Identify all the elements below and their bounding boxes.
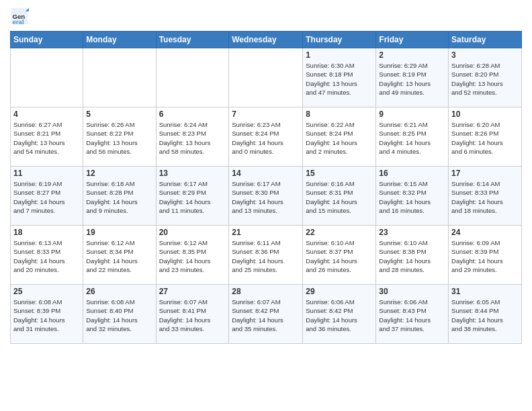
day-number: 26 <box>86 287 152 296</box>
day-info: Sunrise: 6:17 AM Sunset: 8:29 PM Dayligh… <box>159 179 226 215</box>
week-row-3: 11Sunrise: 6:19 AM Sunset: 8:27 PM Dayli… <box>11 167 522 226</box>
day-info: Sunrise: 6:21 AM Sunset: 8:25 PM Dayligh… <box>379 120 445 156</box>
day-cell <box>83 48 156 107</box>
day-number: 19 <box>86 228 152 237</box>
day-cell: 7Sunrise: 6:23 AM Sunset: 8:24 PM Daylig… <box>229 107 303 167</box>
day-info: Sunrise: 6:06 AM Sunset: 8:43 PM Dayligh… <box>379 298 445 333</box>
day-cell: 31Sunrise: 6:05 AM Sunset: 8:44 PM Dayli… <box>449 285 522 344</box>
day-number: 5 <box>86 109 152 119</box>
calendar-page: Gen eral SundayMondayTuesdayWednesdayThu… <box>0 0 532 411</box>
day-cell: 15Sunrise: 6:16 AM Sunset: 8:31 PM Dayli… <box>303 167 376 226</box>
calendar-header: SundayMondayTuesdayWednesdayThursdayFrid… <box>11 32 522 48</box>
day-cell: 23Sunrise: 6:10 AM Sunset: 8:38 PM Dayli… <box>376 226 449 285</box>
weekday-header-tuesday: Tuesday <box>156 32 229 48</box>
day-number: 30 <box>379 287 445 296</box>
day-info: Sunrise: 6:19 AM Sunset: 8:27 PM Dayligh… <box>13 179 80 215</box>
logo: Gen eral <box>10 7 32 26</box>
week-row-1: 1Sunrise: 6:30 AM Sunset: 8:18 PM Daylig… <box>11 48 522 107</box>
weekday-header-wednesday: Wednesday <box>229 32 303 48</box>
day-cell: 6Sunrise: 6:24 AM Sunset: 8:23 PM Daylig… <box>156 107 229 167</box>
day-number: 10 <box>451 109 519 119</box>
day-number: 1 <box>306 50 373 60</box>
day-cell: 20Sunrise: 6:12 AM Sunset: 8:35 PM Dayli… <box>156 226 229 285</box>
day-number: 24 <box>451 228 519 237</box>
day-number: 4 <box>13 109 80 119</box>
day-cell: 4Sunrise: 6:27 AM Sunset: 8:21 PM Daylig… <box>11 107 83 167</box>
day-info: Sunrise: 6:16 AM Sunset: 8:31 PM Dayligh… <box>306 179 373 215</box>
day-cell: 19Sunrise: 6:12 AM Sunset: 8:34 PM Dayli… <box>83 226 156 285</box>
day-info: Sunrise: 6:29 AM Sunset: 8:19 PM Dayligh… <box>379 61 445 97</box>
day-number: 3 <box>451 50 519 60</box>
logo-icon: Gen eral <box>10 7 29 26</box>
day-cell: 1Sunrise: 6:30 AM Sunset: 8:18 PM Daylig… <box>303 48 376 107</box>
day-cell <box>11 48 83 107</box>
day-info: Sunrise: 6:15 AM Sunset: 8:32 PM Dayligh… <box>379 179 445 215</box>
day-info: Sunrise: 6:23 AM Sunset: 8:24 PM Dayligh… <box>232 120 300 156</box>
day-cell: 9Sunrise: 6:21 AM Sunset: 8:25 PM Daylig… <box>376 107 449 167</box>
day-info: Sunrise: 6:13 AM Sunset: 8:33 PM Dayligh… <box>13 238 80 274</box>
day-info: Sunrise: 6:06 AM Sunset: 8:42 PM Dayligh… <box>306 298 373 333</box>
day-info: Sunrise: 6:08 AM Sunset: 8:39 PM Dayligh… <box>13 298 80 333</box>
day-cell: 18Sunrise: 6:13 AM Sunset: 8:33 PM Dayli… <box>11 226 83 285</box>
day-info: Sunrise: 6:12 AM Sunset: 8:34 PM Dayligh… <box>86 238 152 274</box>
day-number: 27 <box>159 287 226 296</box>
day-number: 12 <box>86 169 152 178</box>
day-cell: 25Sunrise: 6:08 AM Sunset: 8:39 PM Dayli… <box>11 285 83 344</box>
day-info: Sunrise: 6:10 AM Sunset: 8:37 PM Dayligh… <box>306 238 373 274</box>
day-info: Sunrise: 6:07 AM Sunset: 8:42 PM Dayligh… <box>232 298 300 333</box>
day-info: Sunrise: 6:09 AM Sunset: 8:39 PM Dayligh… <box>451 238 519 274</box>
day-cell: 14Sunrise: 6:17 AM Sunset: 8:30 PM Dayli… <box>229 167 303 226</box>
day-cell: 26Sunrise: 6:08 AM Sunset: 8:40 PM Dayli… <box>83 285 156 344</box>
day-cell: 3Sunrise: 6:28 AM Sunset: 8:20 PM Daylig… <box>449 48 522 107</box>
day-cell: 30Sunrise: 6:06 AM Sunset: 8:43 PM Dayli… <box>376 285 449 344</box>
day-cell: 8Sunrise: 6:22 AM Sunset: 8:24 PM Daylig… <box>303 107 376 167</box>
day-cell: 29Sunrise: 6:06 AM Sunset: 8:42 PM Dayli… <box>303 285 376 344</box>
svg-text:eral: eral <box>13 18 24 26</box>
day-info: Sunrise: 6:05 AM Sunset: 8:44 PM Dayligh… <box>451 298 519 333</box>
day-number: 23 <box>379 228 445 237</box>
weekday-header-monday: Monday <box>83 32 156 48</box>
day-cell: 13Sunrise: 6:17 AM Sunset: 8:29 PM Dayli… <box>156 167 229 226</box>
week-row-2: 4Sunrise: 6:27 AM Sunset: 8:21 PM Daylig… <box>11 107 522 167</box>
day-info: Sunrise: 6:22 AM Sunset: 8:24 PM Dayligh… <box>306 120 373 156</box>
weekday-header-thursday: Thursday <box>303 32 376 48</box>
day-number: 25 <box>13 287 80 296</box>
day-info: Sunrise: 6:08 AM Sunset: 8:40 PM Dayligh… <box>86 298 152 333</box>
day-info: Sunrise: 6:26 AM Sunset: 8:22 PM Dayligh… <box>86 120 152 156</box>
day-cell: 22Sunrise: 6:10 AM Sunset: 8:37 PM Dayli… <box>303 226 376 285</box>
day-cell: 10Sunrise: 6:20 AM Sunset: 8:26 PM Dayli… <box>449 107 522 167</box>
day-info: Sunrise: 6:12 AM Sunset: 8:35 PM Dayligh… <box>159 238 226 274</box>
day-number: 31 <box>451 287 519 296</box>
day-cell: 5Sunrise: 6:26 AM Sunset: 8:22 PM Daylig… <box>83 107 156 167</box>
day-number: 29 <box>306 287 373 296</box>
day-cell: 21Sunrise: 6:11 AM Sunset: 8:36 PM Dayli… <box>229 226 303 285</box>
day-number: 20 <box>159 228 226 237</box>
day-number: 7 <box>232 109 300 119</box>
day-number: 21 <box>232 228 300 237</box>
day-cell: 12Sunrise: 6:18 AM Sunset: 8:28 PM Dayli… <box>83 167 156 226</box>
day-cell <box>229 48 303 107</box>
day-info: Sunrise: 6:20 AM Sunset: 8:26 PM Dayligh… <box>451 120 519 156</box>
day-cell: 2Sunrise: 6:29 AM Sunset: 8:19 PM Daylig… <box>376 48 449 107</box>
header: Gen eral <box>10 7 522 26</box>
day-info: Sunrise: 6:17 AM Sunset: 8:30 PM Dayligh… <box>232 179 300 215</box>
day-number: 11 <box>13 169 80 178</box>
day-info: Sunrise: 6:28 AM Sunset: 8:20 PM Dayligh… <box>451 61 519 97</box>
day-cell: 28Sunrise: 6:07 AM Sunset: 8:42 PM Dayli… <box>229 285 303 344</box>
day-info: Sunrise: 6:11 AM Sunset: 8:36 PM Dayligh… <box>232 238 300 274</box>
day-number: 22 <box>306 228 373 237</box>
day-number: 18 <box>13 228 80 237</box>
week-row-5: 25Sunrise: 6:08 AM Sunset: 8:39 PM Dayli… <box>11 285 522 344</box>
week-row-4: 18Sunrise: 6:13 AM Sunset: 8:33 PM Dayli… <box>11 226 522 285</box>
day-info: Sunrise: 6:24 AM Sunset: 8:23 PM Dayligh… <box>159 120 226 156</box>
day-cell: 27Sunrise: 6:07 AM Sunset: 8:41 PM Dayli… <box>156 285 229 344</box>
day-info: Sunrise: 6:14 AM Sunset: 8:33 PM Dayligh… <box>451 179 519 215</box>
day-number: 13 <box>159 169 226 178</box>
day-number: 28 <box>232 287 300 296</box>
weekday-header-sunday: Sunday <box>11 32 83 48</box>
weekday-row: SundayMondayTuesdayWednesdayThursdayFrid… <box>11 32 522 48</box>
weekday-header-friday: Friday <box>376 32 449 48</box>
day-info: Sunrise: 6:30 AM Sunset: 8:18 PM Dayligh… <box>306 61 373 97</box>
day-number: 15 <box>306 169 373 178</box>
calendar-table: SundayMondayTuesdayWednesdayThursdayFrid… <box>10 31 522 344</box>
